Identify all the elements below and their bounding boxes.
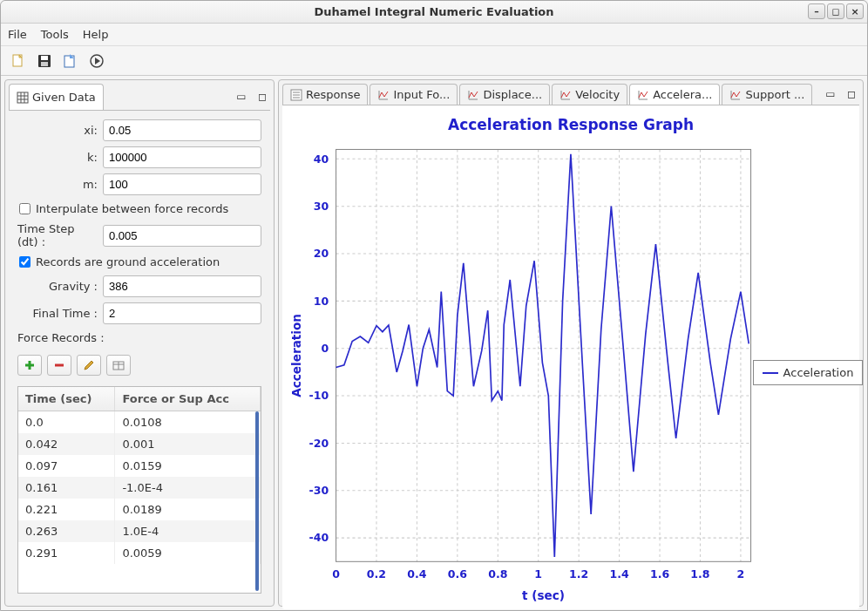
svg-text:1.8: 1.8 bbox=[690, 567, 709, 580]
acceleration-chart[interactable]: 00.20.40.60.811.21.41.61.82-40-30-20-100… bbox=[286, 140, 760, 606]
svg-text:2: 2 bbox=[737, 567, 745, 580]
tab-given-data-label: Given Data bbox=[32, 91, 96, 104]
toolbar-save-icon[interactable] bbox=[36, 52, 53, 70]
svg-text:10: 10 bbox=[314, 295, 329, 308]
menu-file[interactable]: File bbox=[8, 28, 27, 41]
tab-input-fo-[interactable]: Input Fo... bbox=[370, 84, 458, 105]
chart-legend: Acceleration bbox=[753, 360, 864, 385]
svg-rect-3 bbox=[41, 62, 48, 66]
tab-displace-[interactable]: Displace... bbox=[459, 84, 550, 105]
final-time-label: Final Time : bbox=[17, 307, 98, 320]
svg-text:Acceleration: Acceleration bbox=[289, 314, 303, 397]
svg-text:-20: -20 bbox=[309, 437, 329, 450]
table-row[interactable]: 0.00.0108 bbox=[18, 411, 261, 434]
gravity-label: Gravity : bbox=[17, 280, 98, 293]
import-records-button[interactable] bbox=[106, 355, 131, 376]
svg-text:1.2: 1.2 bbox=[569, 567, 588, 580]
svg-text:20: 20 bbox=[314, 247, 329, 260]
window-title: Duhamel Integral Numeric Evaluation bbox=[314, 5, 553, 18]
interpolate-checkbox[interactable] bbox=[19, 203, 31, 214]
table-row[interactable]: 0.2631.0E-4 bbox=[18, 520, 261, 542]
toolbar-saveas-icon[interactable] bbox=[62, 52, 79, 70]
svg-text:1.6: 1.6 bbox=[650, 567, 669, 580]
final-time-input[interactable] bbox=[103, 302, 261, 324]
svg-text:0: 0 bbox=[332, 567, 340, 580]
toolbar-run-icon[interactable] bbox=[88, 52, 105, 70]
tab-response[interactable]: Response bbox=[282, 84, 368, 105]
window-maximize-button[interactable]: ◻ bbox=[827, 3, 844, 19]
window-close-button[interactable]: × bbox=[846, 3, 864, 19]
svg-text:-40: -40 bbox=[309, 531, 329, 544]
toolbar-new-icon[interactable] bbox=[10, 52, 27, 70]
minus-icon bbox=[53, 359, 65, 371]
table-row[interactable]: 0.161-1.0E-4 bbox=[18, 477, 261, 499]
pencil-icon bbox=[83, 359, 95, 371]
svg-text:40: 40 bbox=[314, 153, 329, 166]
tab-velocity[interactable]: Velocity bbox=[552, 84, 627, 105]
window-minimize-button[interactable]: – bbox=[808, 3, 825, 19]
svg-rect-2 bbox=[41, 56, 48, 60]
remove-record-button[interactable] bbox=[47, 355, 71, 376]
svg-text:1.4: 1.4 bbox=[609, 567, 628, 580]
table-import-icon bbox=[112, 359, 125, 371]
panel-maximize-icon[interactable]: ◻ bbox=[254, 90, 270, 104]
given-data-panel: Given Data ▭ ◻ xi: k: m: Interpulate bbox=[4, 79, 275, 607]
panel-maximize-icon[interactable]: ◻ bbox=[844, 87, 859, 101]
svg-text:0.2: 0.2 bbox=[367, 567, 386, 580]
force-records-label: Force Records : bbox=[17, 331, 261, 344]
svg-text:0: 0 bbox=[321, 342, 329, 355]
svg-rect-6 bbox=[17, 92, 28, 103]
edit-record-button[interactable] bbox=[77, 355, 101, 376]
svg-text:-30: -30 bbox=[309, 484, 329, 497]
records-table[interactable]: Time (sec) Force or Sup Acc 0.00.01080.0… bbox=[17, 386, 261, 594]
svg-text:t (sec): t (sec) bbox=[522, 588, 565, 602]
xi-label: xi: bbox=[17, 124, 98, 137]
k-input[interactable] bbox=[103, 146, 261, 168]
table-row[interactable]: 0.2210.0189 bbox=[18, 499, 261, 520]
tab-support-[interactable]: Support ... bbox=[722, 84, 812, 105]
table-row[interactable]: 0.0420.001 bbox=[18, 433, 261, 455]
xi-input[interactable] bbox=[103, 119, 261, 141]
menubar: File Tools Help bbox=[1, 24, 867, 46]
svg-text:-10: -10 bbox=[309, 389, 329, 402]
ground-accel-label[interactable]: Records are ground acceleration bbox=[36, 255, 220, 268]
table-row[interactable]: 0.2910.0059 bbox=[18, 542, 261, 564]
svg-text:0.6: 0.6 bbox=[448, 567, 467, 580]
interpolate-label[interactable]: Interpulate between force records bbox=[36, 202, 228, 215]
svg-text:0.8: 0.8 bbox=[488, 567, 507, 580]
menu-tools[interactable]: Tools bbox=[41, 28, 69, 41]
panel-minimize-icon[interactable]: ▭ bbox=[234, 90, 249, 104]
svg-text:0.4: 0.4 bbox=[407, 567, 426, 580]
add-record-button[interactable] bbox=[17, 355, 42, 376]
menu-help[interactable]: Help bbox=[83, 28, 109, 41]
toolbar bbox=[1, 46, 867, 76]
dt-input[interactable] bbox=[103, 225, 261, 247]
legend-label: Acceleration bbox=[783, 366, 854, 379]
m-label: m: bbox=[17, 178, 98, 191]
gravity-input[interactable] bbox=[103, 275, 261, 297]
table-header-time[interactable]: Time (sec) bbox=[18, 387, 115, 411]
ground-accel-checkbox[interactable] bbox=[19, 256, 31, 268]
chart-title: Acceleration Response Graph bbox=[286, 116, 856, 133]
k-label: k: bbox=[17, 151, 98, 164]
plus-icon bbox=[24, 359, 36, 371]
table-row[interactable]: 0.0970.0159 bbox=[18, 455, 261, 477]
panel-minimize-icon[interactable]: ▭ bbox=[823, 87, 838, 101]
dt-label: Time Step (dt) : bbox=[17, 222, 98, 248]
grid-icon bbox=[17, 92, 29, 104]
table-header-force[interactable]: Force or Sup Acc bbox=[115, 387, 261, 411]
svg-text:30: 30 bbox=[314, 200, 329, 213]
m-input[interactable] bbox=[103, 173, 261, 195]
tab-given-data[interactable]: Given Data bbox=[9, 84, 104, 110]
chart-panel: ResponseInput Fo...Displace...VelocityAc… bbox=[278, 79, 864, 607]
svg-rect-51 bbox=[336, 149, 751, 561]
svg-text:1: 1 bbox=[534, 567, 542, 580]
tab-accelera-[interactable]: Accelera... bbox=[629, 84, 720, 105]
table-scrollbar[interactable] bbox=[255, 411, 259, 591]
